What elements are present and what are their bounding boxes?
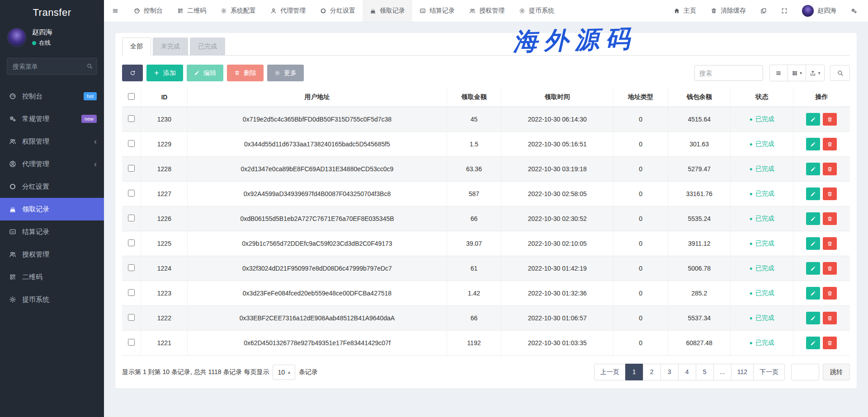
pagination-page-4[interactable]: 4 [678,364,696,380]
page-size-select[interactable]: 10 ▴ [273,365,295,380]
sidebar-item-控制台[interactable]: 控制台hot [0,85,104,108]
sidebar-toggle-button[interactable] [104,0,127,22]
jump-button[interactable]: 跳转 [823,364,850,380]
row-checkbox[interactable] [128,239,135,246]
row-checkbox[interactable] [128,140,135,147]
row-balance: 4515.64 [668,107,730,132]
jump-page-input[interactable] [791,364,819,380]
topnav-item-提币系统[interactable]: 提币系统 [512,0,561,22]
sidebar-item-分红设置[interactable]: 分红设置 [0,175,104,198]
delete-row-button[interactable] [823,163,837,175]
more-button[interactable]: 更多 [267,65,304,81]
status-dot-icon: ● [750,191,753,197]
caret-up-icon: ▴ [288,370,290,375]
sidebar-item-二维码[interactable]: 二维码 [0,266,104,288]
delete-row-button[interactable] [823,287,837,300]
search-submit-button[interactable] [830,65,850,81]
row-actions [793,132,850,157]
row-checkbox[interactable] [128,215,135,221]
topnav-item-控制台[interactable]: 控制台 [127,0,170,22]
topnav-item-系统配置[interactable]: 系统配置 [213,0,263,22]
topnav-item-结算记录[interactable]: 结算记录 [412,0,462,22]
edit-button[interactable]: 编辑 [187,65,223,81]
tab-unfinished[interactable]: 未完成 [153,37,188,56]
edit-row-button[interactable] [806,163,820,175]
table-search-input[interactable] [694,65,763,81]
caret-down-icon: ▾ [800,71,802,75]
row-time: 2022-10-30 02:10:05 [501,231,613,256]
delete-row-button[interactable] [823,237,837,250]
delete-button[interactable]: 删除 [227,65,264,81]
delete-row-button[interactable] [823,312,837,324]
sidebar-item-授权管理[interactable]: 授权管理 [0,243,104,266]
table-row: 12270x92A4599aD34939697fd4B0087F04325070… [122,182,850,206]
sidebar-item-代理管理[interactable]: 代理管理‹ [0,153,104,175]
topnav-item-二维码[interactable]: 二维码 [170,0,213,22]
delete-row-button[interactable] [823,187,837,200]
topnav-item-领取记录[interactable]: 领取记录 [363,0,412,22]
settings-button[interactable] [844,0,864,22]
pagination-page-3[interactable]: 3 [660,364,679,380]
row-addr-type: 0 [613,157,668,182]
delete-row-button[interactable] [823,337,837,349]
cs-icon [9,228,16,235]
toggle-view-button[interactable] [770,65,788,81]
row-amount: 39.07 [447,231,501,256]
topnav-item-分红设置[interactable]: 分红设置 [313,0,363,22]
sidebar-item-结算记录[interactable]: 结算记录 [0,220,104,243]
home-button[interactable]: 主页 [666,0,703,22]
row-time: 2022-10-30 02:30:52 [501,206,613,231]
topnav-item-代理管理[interactable]: 代理管理 [263,0,313,22]
edit-row-button[interactable] [806,187,820,200]
edit-row-button[interactable] [806,337,820,349]
pagination-page-1[interactable]: 1 [625,364,643,380]
pagination-page-2[interactable]: 2 [643,364,661,380]
row-balance: 60827.48 [668,331,730,356]
edit-row-button[interactable] [806,212,820,225]
edit-row-button[interactable] [806,262,820,275]
cake-icon [9,206,16,213]
tab-all[interactable]: 全部 [122,37,151,56]
row-checkbox[interactable] [128,339,135,346]
edit-row-button[interactable] [806,138,820,150]
fullscreen-button[interactable] [774,0,795,22]
select-all-checkbox[interactable] [128,93,135,100]
sidebar-item-权限管理[interactable]: 权限管理‹ [0,130,104,153]
columns-button[interactable]: ▾ [788,65,806,81]
row-checkbox[interactable] [128,314,135,321]
table-footer: 显示第 1 到第 10 条记录, 总共 1118 条记录 每页显示 10 ▴ 条… [122,364,850,380]
row-checkbox[interactable] [128,165,135,172]
sidebar-item-领取记录[interactable]: 领取记录 [0,198,104,220]
pagination-page-112[interactable]: 112 [731,364,754,380]
delete-row-button[interactable] [823,138,837,150]
edit-row-button[interactable] [806,312,820,324]
delete-row-button[interactable] [823,212,837,225]
sidebar-item-提币系统[interactable]: 提币系统 [0,288,104,311]
delete-row-button[interactable] [823,113,837,126]
row-checkbox[interactable] [128,190,135,197]
add-button[interactable]: 添加 [146,65,183,81]
status-badge: ●已完成 [750,215,774,223]
edit-row-button[interactable] [806,237,820,250]
pagination-prev[interactable]: 上一页 [594,364,626,380]
sidebar-search-input[interactable] [7,58,97,75]
plus-icon [154,70,160,76]
copy-button[interactable] [753,0,774,22]
user-menu[interactable]: 赵四海 [795,0,844,22]
delete-row-button[interactable] [823,262,837,275]
clear-cache-button[interactable]: 清除缓存 [703,0,753,22]
refresh-button[interactable] [122,65,143,81]
export-button[interactable]: ▾ [806,65,824,81]
edit-row-button[interactable] [806,287,820,300]
row-checkbox[interactable] [128,115,135,122]
sidebar-item-常规管理[interactable]: 常规管理new [0,108,104,130]
pagination-page-5[interactable]: 5 [696,364,714,380]
pagination-next[interactable]: 下一页 [753,364,785,380]
row-checkbox[interactable] [128,289,135,296]
row-checkbox[interactable] [128,264,135,271]
topnav-item-授权管理[interactable]: 授权管理 [462,0,512,22]
pagination-ellipsis[interactable]: ... [713,364,731,380]
edit-row-button[interactable] [806,113,820,126]
records-table: ID 用户地址 领取金额 领取时间 地址类型 钱包余额 状态 操作 12300x… [122,88,850,356]
tab-finished[interactable]: 已完成 [190,37,225,56]
